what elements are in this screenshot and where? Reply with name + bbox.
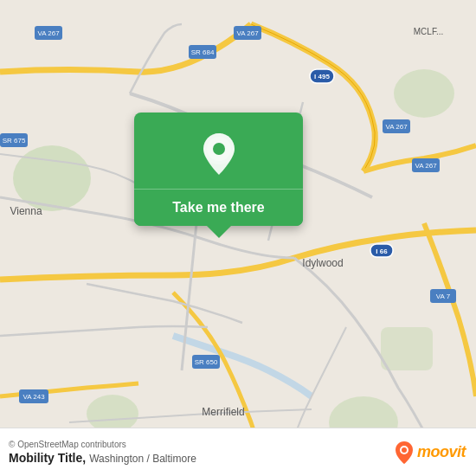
moovit-brand-text: moovit: [417, 443, 466, 461]
svg-text:VA 243: VA 243: [23, 393, 45, 401]
bottom-left-info: © OpenStreetMap contributors Mobility Ti…: [9, 440, 196, 465]
svg-text:I 66: I 66: [376, 248, 388, 255]
svg-point-34: [213, 143, 225, 155]
svg-text:VA 7: VA 7: [436, 293, 451, 300]
svg-text:MCLF...: MCLF...: [414, 27, 443, 36]
svg-point-36: [402, 447, 407, 453]
bottom-bar: © OpenStreetMap contributors Mobility Ti…: [0, 428, 476, 476]
moovit-logo: moovit: [395, 441, 466, 465]
svg-text:Idylwood: Idylwood: [302, 257, 343, 269]
svg-text:VA 267: VA 267: [385, 123, 408, 131]
svg-text:VA 267: VA 267: [37, 29, 60, 37]
popup-card: Take me there: [134, 113, 303, 226]
location-subtitle: Washington / Baltimore: [89, 453, 196, 465]
svg-point-1: [394, 69, 454, 118]
svg-text:I 495: I 495: [314, 73, 330, 80]
location-pin-icon: [200, 132, 238, 177]
map-container: VA 267 VA 267 VA 267 VA 267 SR 684 SR 67…: [0, 0, 476, 476]
svg-text:SR 650: SR 650: [195, 358, 218, 366]
svg-text:Merrifield: Merrifield: [202, 406, 244, 418]
moovit-pin-icon: [395, 441, 414, 465]
svg-text:VA 267: VA 267: [415, 162, 437, 170]
location-title: Mobility Title,: [9, 451, 86, 465]
svg-text:VA 267: VA 267: [236, 29, 259, 37]
copyright-text: © OpenStreetMap contributors: [9, 440, 196, 449]
take-me-there-button[interactable]: Take me there: [134, 189, 303, 226]
svg-rect-4: [381, 327, 433, 370]
map-roads: VA 267 VA 267 VA 267 VA 267 SR 684 SR 67…: [0, 0, 476, 476]
svg-text:SR 684: SR 684: [191, 48, 215, 56]
popup-icon-area: [200, 113, 238, 189]
svg-text:SR 675: SR 675: [3, 137, 26, 145]
svg-text:Vienna: Vienna: [10, 205, 42, 217]
